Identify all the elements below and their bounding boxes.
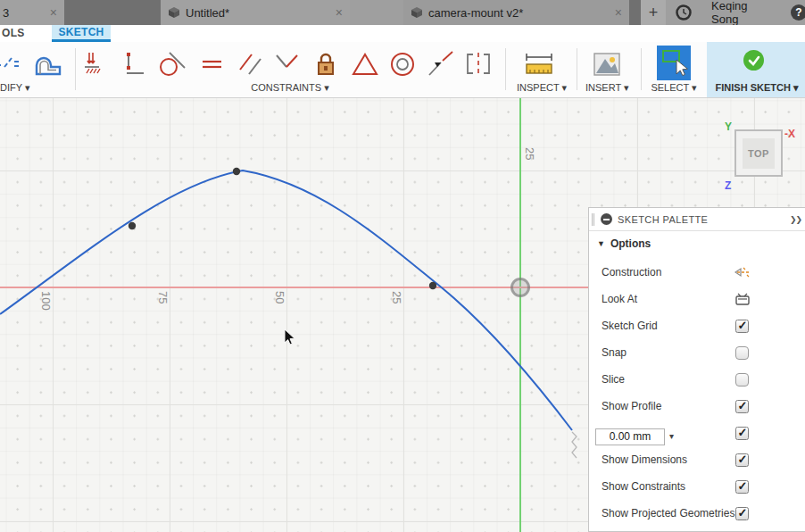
doc-tab-untitled-label: Untitled* (186, 6, 229, 20)
sketch-palette-panel: SKETCH PALETTE ❯❯ ▼ Options Construction… (588, 207, 805, 532)
triangle-down-icon: ▼ (597, 239, 605, 248)
collinear-icon[interactable] (426, 50, 456, 79)
dimension-dropdown-arrow-icon[interactable]: ▾ (669, 431, 674, 441)
tangent-icon[interactable] (157, 50, 187, 79)
finish-check-icon[interactable] (743, 50, 764, 71)
show-dimensions-checkbox[interactable] (735, 453, 749, 467)
doc-tab-camera-mount-label: camera-mount v2* (428, 6, 523, 20)
y-axis-tick-label: 25 (523, 147, 536, 160)
constraints-group-label[interactable]: CONSTRAINTS ▾ (247, 82, 333, 94)
document-cube-icon (168, 6, 180, 19)
sketch-grid-checkbox[interactable] (735, 320, 749, 333)
construction-icon[interactable] (734, 264, 751, 280)
symmetry-icon[interactable] (463, 50, 494, 79)
parallel-icon[interactable] (236, 50, 266, 79)
question-icon: ? (795, 6, 801, 19)
show-profile-checkbox[interactable] (735, 400, 749, 413)
ribbon-tab-row: OLS SKETCH (0, 25, 805, 42)
chevron-down-icon: ▾ (624, 82, 629, 93)
tab-bar-gap (64, 0, 161, 25)
finish-sketch-button[interactable]: FINISH SKETCH ▾ (712, 82, 801, 94)
collapse-circle-icon[interactable] (601, 213, 612, 225)
help-button[interactable]: ? (791, 4, 805, 21)
select-cursor-icon[interactable] (657, 46, 691, 80)
tab-tools[interactable]: OLS (2, 27, 25, 39)
option-row-show-profile: Show Profile (589, 393, 805, 420)
option-row-slice: Slice (589, 366, 805, 393)
fusion-360-window: 3 × Untitled* × camera-mount v2* × + Keq… (0, 0, 805, 532)
option-row-show-constraints: Show Constraints (589, 473, 805, 500)
perpendicular-icon[interactable] (271, 50, 302, 79)
new-tab-button[interactable]: + (641, 0, 666, 25)
dimension-value-input[interactable]: 0.00 mm (595, 428, 665, 445)
look-at-icon[interactable] (734, 291, 751, 307)
hidden-option-checkbox[interactable] (735, 427, 749, 440)
spline-fit-point[interactable] (233, 168, 240, 175)
show-constraints-checkbox[interactable] (735, 480, 749, 494)
chevron-down-icon: ▾ (562, 82, 568, 93)
coincident-icon[interactable] (77, 50, 107, 79)
tab-sketch[interactable]: SKETCH (52, 25, 111, 42)
modify-group-label[interactable]: DIFY ▾ (0, 82, 29, 94)
sketch-origin-point[interactable] (510, 278, 530, 297)
viewcube-y-axis-label: Y (725, 121, 732, 133)
spline-fit-point[interactable] (129, 222, 136, 229)
viewcube-x-axis-label: -X (784, 128, 795, 140)
toolbar-separator (577, 48, 577, 90)
option-row-sketch-grid: Sketch Grid (589, 312, 805, 339)
break-icon[interactable] (0, 50, 23, 79)
option-row-construction: Construction (589, 259, 805, 286)
clock-icon[interactable] (676, 4, 692, 24)
close-icon[interactable]: × (50, 5, 57, 20)
x-axis-tick-label: 100 (39, 291, 53, 311)
plus-icon: + (649, 4, 659, 22)
snap-checkbox[interactable] (735, 346, 749, 360)
x-axis-tick-label: 25 (390, 291, 403, 303)
inspect-ruler-icon[interactable] (524, 50, 554, 79)
viewcube-z-axis-label: Z (725, 179, 731, 192)
document-tab-bar: 3 × Untitled* × camera-mount v2* × + Keq… (0, 0, 805, 25)
tab-bar-gap-2 (629, 0, 641, 25)
y-axis-line[interactable] (519, 98, 521, 532)
close-icon[interactable]: × (615, 5, 622, 20)
x-axis-tick-label: 50 (273, 291, 286, 303)
slice-checkbox[interactable] (735, 373, 749, 387)
x-axis-tick-label: 75 (156, 291, 170, 303)
option-row-show-dimensions: Show Dimensions (589, 446, 805, 473)
expand-arrows-icon[interactable]: ❯❯ (790, 215, 801, 224)
sketch-toolbar: DIFY ▾ (0, 42, 805, 98)
midpoint-icon[interactable] (350, 50, 380, 79)
chevron-down-icon: ▾ (324, 82, 329, 93)
horizontal-vertical-icon[interactable] (118, 50, 148, 79)
viewcube-top-face[interactable]: TOP (743, 138, 775, 169)
option-row-show-projected-geometries: Show Projected Geometries (589, 500, 805, 527)
sketch-palette-title: SKETCH PALETTE (618, 214, 708, 225)
insert-image-icon[interactable] (592, 50, 622, 79)
close-icon[interactable]: × (336, 5, 343, 20)
chevron-down-icon: ▾ (793, 82, 799, 93)
inspect-group-label[interactable]: INSPECT ▾ (516, 82, 568, 94)
concentric-icon[interactable] (387, 50, 418, 79)
insert-group-label[interactable]: INSERT ▾ (585, 82, 628, 94)
mouse-cursor-icon (284, 328, 296, 350)
document-cube-icon (411, 6, 423, 19)
doc-tab-1[interactable]: 3 × (0, 0, 64, 25)
select-group-label[interactable]: SELECT ▾ (651, 82, 697, 94)
user-account-button[interactable]: Keqing Song (711, 0, 774, 25)
options-section-header[interactable]: ▼ Options (597, 237, 651, 250)
spline-end-marker (572, 432, 577, 458)
fix-lock-icon[interactable] (311, 50, 341, 79)
sketch-palette-header[interactable]: SKETCH PALETTE ❯❯ (589, 208, 805, 231)
doc-tab-untitled[interactable]: Untitled* × (161, 0, 350, 25)
viewcube[interactable]: TOP (734, 129, 783, 177)
drag-grip-icon[interactable] (592, 213, 594, 226)
equal-icon[interactable] (196, 50, 227, 79)
options-section-title: Options (610, 237, 651, 250)
doc-tab-camera-mount[interactable]: camera-mount v2* × (403, 0, 629, 25)
offset-icon[interactable] (33, 50, 63, 79)
toolbar-separator (505, 48, 506, 90)
doc-tab-1-label: 3 (3, 6, 9, 20)
option-row-snap: Snap (589, 339, 805, 366)
show-projected-geometries-checkbox[interactable] (735, 507, 749, 520)
chevron-down-icon: ▾ (25, 82, 30, 93)
